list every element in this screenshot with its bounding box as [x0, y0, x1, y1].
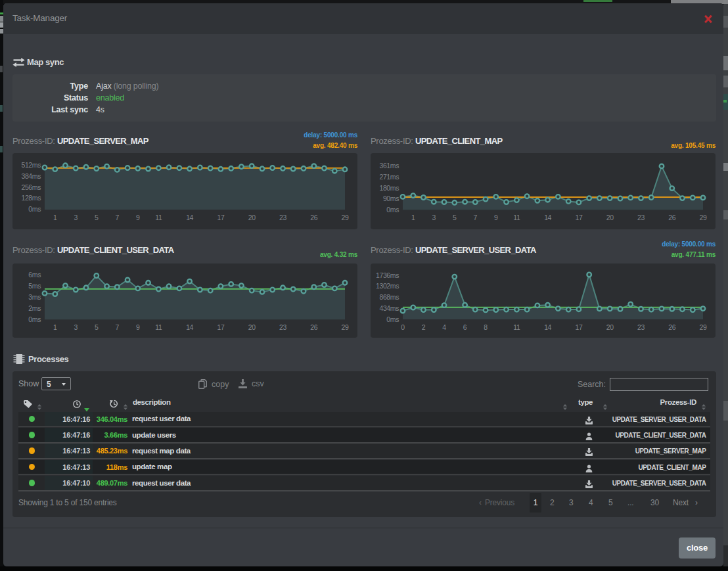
svg-text:0ms: 0ms	[386, 206, 399, 214]
svg-text:868ms: 868ms	[379, 293, 399, 301]
svg-text:5ms: 5ms	[28, 282, 41, 290]
svg-text:1302ms: 1302ms	[376, 282, 399, 290]
svg-text:90ms: 90ms	[383, 194, 399, 202]
svg-text:29: 29	[342, 214, 349, 221]
svg-text:180ms: 180ms	[379, 184, 399, 192]
svg-text:26: 26	[310, 323, 317, 331]
svg-text:1: 1	[53, 214, 57, 221]
svg-text:26: 26	[668, 214, 675, 221]
svg-text:14: 14	[544, 323, 551, 331]
svg-text:1: 1	[411, 214, 415, 221]
svg-text:9: 9	[136, 214, 140, 221]
svg-text:0ms: 0ms	[28, 315, 41, 323]
svg-text:3: 3	[432, 214, 436, 221]
svg-text:14: 14	[186, 214, 193, 221]
svg-text:0: 0	[401, 323, 405, 331]
svg-text:29: 29	[342, 323, 349, 331]
svg-text:14: 14	[544, 214, 551, 221]
svg-text:1736ms: 1736ms	[376, 271, 399, 279]
svg-text:2: 2	[422, 323, 426, 331]
svg-text:0ms: 0ms	[386, 315, 399, 323]
svg-text:26: 26	[310, 214, 317, 221]
svg-text:11: 11	[513, 214, 520, 221]
svg-text:26: 26	[668, 323, 675, 331]
svg-text:3: 3	[74, 214, 78, 221]
svg-text:17: 17	[217, 323, 224, 331]
svg-text:20: 20	[606, 323, 614, 331]
svg-text:271ms: 271ms	[379, 173, 399, 181]
svg-text:23: 23	[279, 214, 286, 221]
svg-text:2ms: 2ms	[28, 304, 41, 312]
svg-text:5: 5	[453, 214, 457, 221]
svg-text:7: 7	[116, 323, 120, 331]
svg-text:23: 23	[637, 323, 645, 331]
svg-text:5: 5	[95, 214, 99, 221]
svg-text:11: 11	[155, 323, 162, 331]
svg-text:3: 3	[74, 323, 78, 331]
svg-text:8: 8	[484, 323, 488, 331]
svg-text:4: 4	[442, 323, 446, 331]
svg-text:512ms: 512ms	[21, 161, 41, 169]
svg-text:29: 29	[700, 214, 707, 221]
svg-text:11: 11	[513, 323, 520, 331]
svg-text:6: 6	[463, 323, 467, 331]
svg-text:128ms: 128ms	[21, 194, 41, 202]
svg-text:14: 14	[186, 323, 193, 331]
svg-text:20: 20	[248, 323, 256, 331]
svg-text:384ms: 384ms	[21, 172, 41, 180]
svg-text:9: 9	[136, 323, 140, 331]
svg-text:361ms: 361ms	[379, 162, 399, 170]
svg-text:0ms: 0ms	[28, 205, 41, 213]
svg-text:3ms: 3ms	[28, 293, 41, 301]
svg-text:9: 9	[494, 214, 498, 221]
svg-text:29: 29	[700, 323, 707, 331]
svg-text:20: 20	[248, 214, 256, 221]
svg-text:6ms: 6ms	[28, 271, 41, 279]
svg-text:1: 1	[53, 323, 57, 331]
svg-text:23: 23	[279, 323, 286, 331]
svg-text:17: 17	[575, 323, 582, 331]
svg-text:17: 17	[575, 214, 582, 221]
svg-text:23: 23	[637, 214, 645, 221]
svg-text:434ms: 434ms	[379, 304, 399, 312]
svg-text:20: 20	[606, 214, 614, 221]
svg-text:7: 7	[116, 214, 120, 221]
svg-text:17: 17	[217, 214, 224, 221]
svg-text:11: 11	[155, 214, 162, 221]
svg-text:7: 7	[474, 214, 478, 221]
svg-text:256ms: 256ms	[21, 183, 41, 191]
svg-text:5: 5	[95, 323, 99, 331]
